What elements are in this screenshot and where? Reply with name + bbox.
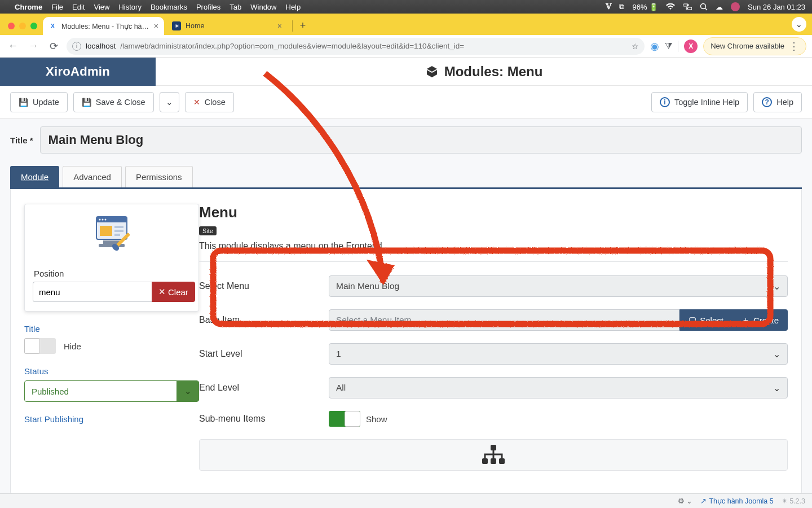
tab-module[interactable]: Module bbox=[10, 166, 59, 187]
mac-menu-view[interactable]: View bbox=[94, 3, 109, 11]
minimize-window-icon[interactable] bbox=[19, 23, 26, 29]
tray-icon-1[interactable]: ☁ bbox=[716, 3, 723, 11]
start-level-dropdown[interactable]: 1 ⌄ bbox=[329, 343, 788, 365]
close-icon: ✕ bbox=[193, 98, 200, 107]
update-label: New Chrome available bbox=[710, 42, 784, 50]
chevron-down-icon: ⌄ bbox=[773, 349, 780, 360]
tab-close-icon[interactable]: × bbox=[154, 21, 158, 30]
chrome-update-chip[interactable]: New Chrome available ⋮ bbox=[703, 37, 806, 55]
submenu-toggle[interactable] bbox=[329, 411, 360, 427]
mac-menu-tab[interactable]: Tab bbox=[230, 3, 241, 11]
save-close-button[interactable]: 💾Save & Close bbox=[73, 92, 154, 112]
address-bar[interactable]: i localhost/lamweb/administrator/index.p… bbox=[67, 38, 645, 55]
status-value: Published bbox=[32, 387, 69, 396]
clear-icon: ✕ bbox=[158, 287, 166, 297]
position-input[interactable] bbox=[33, 282, 152, 302]
tab-permissions[interactable]: Permissions bbox=[125, 166, 193, 187]
close-button[interactable]: ✕Close bbox=[185, 92, 234, 112]
search-icon[interactable] bbox=[700, 3, 708, 11]
end-level-label: End Level bbox=[199, 383, 329, 393]
svg-line-5 bbox=[705, 8, 708, 11]
extensions-icon[interactable]: ⧩ bbox=[665, 41, 672, 51]
submenu-label: Sub-menu Items bbox=[199, 414, 329, 424]
position-clear-button[interactable]: ✕Clear bbox=[152, 282, 195, 302]
tab-title: Modules: Menu - Thực hành J bbox=[61, 22, 149, 30]
svg-rect-20 bbox=[491, 458, 496, 464]
mac-menu-edit[interactable]: Edit bbox=[72, 3, 85, 11]
mac-menu-bookmarks[interactable]: Bookmarks bbox=[151, 3, 187, 11]
window-controls[interactable] bbox=[8, 23, 37, 29]
new-tab-button[interactable]: + bbox=[295, 17, 311, 33]
display-icon[interactable]: ⧉ bbox=[619, 2, 624, 11]
mac-menu-file[interactable]: File bbox=[51, 3, 63, 11]
info-icon: i bbox=[660, 97, 670, 107]
module-heading: Menu bbox=[199, 204, 788, 221]
sitemap-icon bbox=[481, 445, 506, 465]
status-select[interactable]: Published ⌄ bbox=[24, 380, 199, 402]
status-label: Status bbox=[24, 366, 199, 376]
select-menu-dropdown[interactable]: Main Menu Blog ⌄ bbox=[329, 275, 788, 297]
version-label: ✴ 5.2.3 bbox=[782, 497, 805, 505]
svg-rect-21 bbox=[499, 458, 505, 464]
toggles-icon[interactable] bbox=[683, 3, 692, 10]
fullscreen-window-icon[interactable] bbox=[30, 23, 37, 29]
base-item-create-button[interactable]: ＋Create bbox=[732, 309, 788, 331]
file-icon: ▢ bbox=[689, 315, 696, 325]
module-description: This module displays a menu on the Front… bbox=[199, 241, 788, 251]
wifi-icon[interactable] bbox=[666, 3, 675, 10]
tab-pane-module: Position ✕Clear Title Hide Status Publis… bbox=[10, 189, 802, 494]
chrome-toolbar: ← → ⟳ i localhost/lamweb/administrator/i… bbox=[0, 35, 812, 58]
clock[interactable]: Sun 26 Jan 01:23 bbox=[748, 3, 805, 11]
tab-advanced[interactable]: Advanced bbox=[63, 166, 122, 187]
content-area: Title * Module Advanced Permissions bbox=[0, 119, 812, 502]
svg-point-9 bbox=[102, 219, 104, 221]
close-window-icon[interactable] bbox=[8, 23, 15, 29]
tabs: Module Advanced Permissions bbox=[10, 166, 802, 189]
tab-overflow-button[interactable]: ⌄ bbox=[792, 17, 806, 32]
update-button[interactable]: 💾Update bbox=[10, 92, 68, 112]
svg-point-10 bbox=[105, 219, 107, 221]
svg-rect-13 bbox=[114, 230, 123, 232]
end-level-dropdown[interactable]: All ⌄ bbox=[329, 377, 788, 398]
app-header: XiroAdmin Modules: Menu bbox=[0, 58, 812, 86]
chevron-down-icon: ⌄ bbox=[166, 98, 173, 107]
profile-avatar[interactable]: X bbox=[684, 40, 698, 53]
svg-rect-12 bbox=[114, 226, 123, 228]
toggle-inline-help-button[interactable]: iToggle Inline Help bbox=[651, 92, 748, 112]
mac-app-name[interactable]: Chrome bbox=[15, 3, 42, 11]
help-button[interactable]: ?Help bbox=[753, 92, 802, 112]
brand-logo[interactable]: XiroAdmin bbox=[0, 58, 156, 86]
title-toggle[interactable] bbox=[24, 338, 56, 354]
mac-menu-window[interactable]: Window bbox=[250, 3, 276, 11]
svg-point-1 bbox=[687, 5, 689, 6]
chevron-down-icon: ⌄ bbox=[773, 281, 780, 292]
mac-menu-profiles[interactable]: Profiles bbox=[196, 3, 220, 11]
title-label: Title * bbox=[10, 135, 33, 145]
base-item-select-button[interactable]: ▢Select bbox=[679, 309, 732, 331]
tab-active[interactable]: X Modules: Menu - Thực hành J × bbox=[43, 17, 164, 35]
svg-point-8 bbox=[99, 219, 101, 221]
tab-close-icon[interactable]: × bbox=[277, 21, 282, 30]
site-info-icon[interactable]: i bbox=[72, 42, 81, 51]
mac-menu-help[interactable]: Help bbox=[286, 3, 301, 11]
module-cube-icon bbox=[425, 65, 439, 78]
position-card: Position ✕Clear bbox=[24, 204, 199, 312]
save-dropdown-button[interactable]: ⌄ bbox=[160, 92, 179, 112]
reload-button[interactable]: ⟳ bbox=[46, 39, 61, 54]
tab-inactive[interactable]: ✴ Home × bbox=[166, 17, 288, 35]
mac-menu-history[interactable]: History bbox=[118, 3, 141, 11]
title-input[interactable] bbox=[40, 126, 802, 154]
tray-icon-2[interactable] bbox=[731, 2, 740, 11]
save-icon: 💾 bbox=[82, 98, 91, 107]
svg-point-4 bbox=[701, 4, 706, 9]
v-icon[interactable]: 𝕍 bbox=[606, 2, 611, 11]
bookmark-star-icon[interactable]: ☆ bbox=[632, 42, 639, 51]
favicon-icon: X bbox=[48, 21, 57, 30]
extension-icon-1[interactable]: ◉ bbox=[650, 40, 659, 52]
mac-menubar: Chrome File Edit View History Bookmarks … bbox=[0, 0, 812, 14]
site-link[interactable]: ↗ Thực hành Joomla 5 bbox=[700, 497, 773, 505]
forward-button[interactable]: → bbox=[26, 39, 41, 54]
settings-icon[interactable]: ⚙ ⌄ bbox=[678, 497, 692, 505]
base-item-input[interactable]: Select a Menu Item bbox=[329, 309, 679, 331]
back-button[interactable]: ← bbox=[6, 39, 20, 54]
